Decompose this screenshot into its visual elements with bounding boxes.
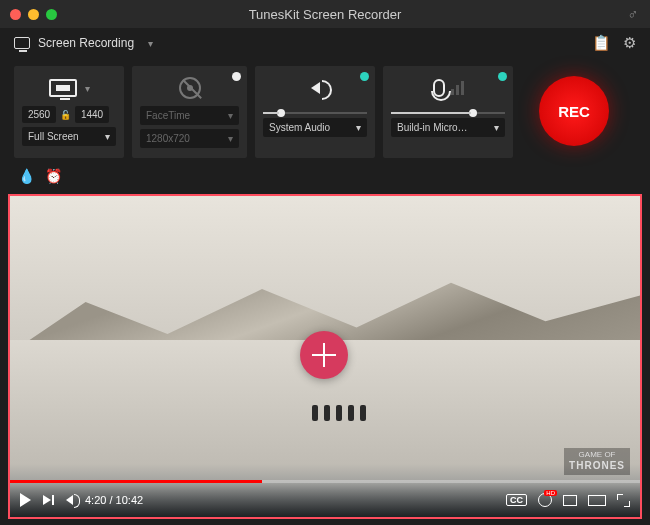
chevron-down-icon: ▾ (494, 122, 499, 133)
settings-button[interactable]: HD (538, 493, 552, 507)
share-icon[interactable]: ♂ (628, 6, 639, 22)
app-title: TunesKit Screen Recorder (249, 7, 402, 22)
width-input[interactable] (22, 106, 56, 123)
level-meter (451, 81, 464, 95)
mode-label: Screen Recording (38, 36, 134, 50)
hd-badge: HD (544, 490, 557, 496)
theater-button[interactable] (588, 495, 606, 506)
lock-icon[interactable]: 🔓 (60, 110, 71, 120)
window-controls (10, 9, 57, 20)
minimize-window-icon[interactable] (28, 9, 39, 20)
move-handle[interactable] (300, 331, 348, 379)
chevron-down-icon: ▾ (356, 122, 361, 133)
camera-off-icon (179, 77, 201, 99)
move-icon (312, 343, 336, 367)
play-button[interactable] (20, 493, 31, 507)
chevron-down-icon: ▾ (148, 38, 153, 49)
gear-icon[interactable]: ⚙ (623, 34, 636, 52)
screen-icon (14, 37, 30, 49)
audio-device-select[interactable]: System Audio▾ (263, 118, 367, 137)
show-watermark: GAME OFTHRONES (564, 448, 630, 475)
chevron-down-icon[interactable]: ▾ (85, 83, 90, 94)
mic-toggle[interactable] (498, 72, 507, 81)
microphone-panel: Build-in Micro…▾ (383, 66, 513, 158)
camera-res-select[interactable]: 1280x720▾ (140, 129, 239, 148)
display-panel: ▾ 🔓 Full Screen▾ (14, 66, 124, 158)
watermark-icon[interactable]: 💧 (18, 168, 35, 184)
mic-volume-slider[interactable] (391, 112, 505, 114)
cc-button[interactable]: CC (506, 494, 527, 506)
volume-icon[interactable] (66, 495, 73, 505)
schedule-icon[interactable]: ⏰ (45, 168, 62, 184)
tasklist-icon[interactable]: 📋 (592, 34, 611, 52)
monitor-icon (49, 79, 77, 97)
audio-toggle[interactable] (360, 72, 369, 81)
camera-device-label: FaceTime (146, 110, 190, 121)
titlebar: TunesKit Screen Recorder ♂ (0, 0, 650, 28)
height-input[interactable] (75, 106, 109, 123)
camera-toggle[interactable] (232, 72, 241, 81)
miniplayer-button[interactable] (563, 495, 577, 506)
capture-region[interactable]: GAME OFTHRONES 4:20 / 10:42 CC HD (8, 194, 642, 519)
speaker-icon (311, 82, 320, 94)
camera-res-label: 1280x720 (146, 133, 190, 144)
audio-device-label: System Audio (269, 122, 330, 133)
chevron-down-icon: ▾ (228, 133, 233, 144)
preset-select[interactable]: Full Screen▾ (22, 127, 116, 146)
record-label: REC (558, 103, 590, 120)
mic-icon (433, 79, 445, 97)
extra-tools: 💧 ⏰ (0, 166, 650, 192)
mic-device-label: Build-in Micro… (397, 122, 468, 133)
mode-toolbar: Screen Recording ▾ 📋 ⚙ (0, 28, 650, 58)
next-button[interactable] (43, 495, 54, 505)
video-controls: 4:20 / 10:42 CC HD (10, 483, 640, 517)
audio-volume-slider[interactable] (263, 112, 367, 114)
fullscreen-button[interactable] (617, 494, 630, 507)
settings-panels: ▾ 🔓 Full Screen▾ FaceTime▾ 1280x720▾ Sys… (0, 58, 650, 166)
close-window-icon[interactable] (10, 9, 21, 20)
chevron-down-icon: ▾ (228, 110, 233, 121)
system-audio-panel: System Audio▾ (255, 66, 375, 158)
record-button[interactable]: REC (539, 76, 609, 146)
maximize-window-icon[interactable] (46, 9, 57, 20)
preset-label: Full Screen (28, 131, 79, 142)
camera-device-select[interactable]: FaceTime▾ (140, 106, 239, 125)
mic-device-select[interactable]: Build-in Micro…▾ (391, 118, 505, 137)
chevron-down-icon: ▾ (105, 131, 110, 142)
mode-selector[interactable]: Screen Recording ▾ (14, 36, 153, 50)
camera-panel: FaceTime▾ 1280x720▾ (132, 66, 247, 158)
time-display: 4:20 / 10:42 (85, 494, 143, 506)
